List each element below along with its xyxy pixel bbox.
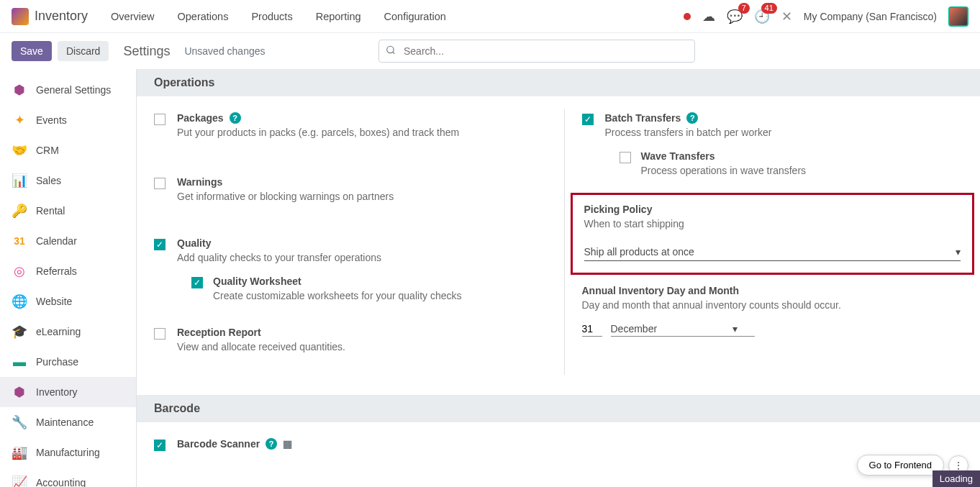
annual-month-select[interactable]: December ▾: [611, 322, 755, 337]
barcode-scanner-title: Barcode Scanner: [177, 438, 260, 450]
sidebar-item-label: Sales: [36, 175, 61, 186]
sidebar-item-inventory[interactable]: ⬢Inventory: [0, 377, 136, 407]
wave-title: Wave Transfers: [641, 150, 715, 162]
sidebar-item-label: Rental: [36, 205, 65, 217]
nav-operations[interactable]: Operations: [168, 8, 237, 25]
picking-policy-highlight: Picking Policy When to start shipping Sh…: [571, 193, 975, 275]
sidebar-item-label: Events: [36, 114, 67, 126]
top-nav-right: ☁ 💬7 🕘41 ✕ My Company (San Francisco): [684, 6, 968, 27]
setting-warnings: Warnings Get informative or blocking war…: [154, 173, 535, 207]
sidebar-item-label: Referrals: [36, 265, 77, 277]
maintenance-icon: 🔧: [12, 414, 27, 430]
sidebar-item-crm[interactable]: 🤝CRM: [0, 135, 136, 165]
accounting-icon: 📈: [12, 475, 27, 487]
app-title[interactable]: Inventory: [35, 9, 88, 24]
svg-point-0: [387, 46, 394, 53]
picking-title: Picking Policy: [584, 204, 653, 215]
activities-badge: 41: [761, 3, 777, 14]
sidebar-item-website[interactable]: 🌐Website: [0, 286, 136, 317]
nav-products[interactable]: Products: [242, 8, 301, 25]
help-icon[interactable]: ?: [230, 112, 241, 124]
sidebar-item-label: Calendar: [36, 235, 77, 247]
packages-title: Packages: [177, 112, 224, 124]
discard-button[interactable]: Discard: [58, 41, 109, 61]
setting-packages: Packages ? Put your products in packs (e…: [154, 109, 535, 143]
company-name[interactable]: My Company (San Francisco): [804, 11, 937, 22]
quality-worksheet-checkbox[interactable]: ✓: [191, 277, 203, 288]
content-area: Operations Packages ? Put your products …: [137, 69, 980, 487]
inventory-icon: ⬢: [12, 384, 27, 400]
sidebar-item-accounting[interactable]: 📈Accounting: [0, 468, 136, 487]
sidebar-item-referrals[interactable]: ◎Referrals: [0, 256, 136, 286]
wave-checkbox[interactable]: [620, 152, 631, 163]
elearning-icon: 🎓: [12, 324, 27, 340]
quality-title: Quality: [177, 237, 211, 249]
reception-title: Reception Report: [177, 327, 261, 338]
warnings-title: Warnings: [177, 176, 222, 188]
avatar[interactable]: [948, 6, 968, 27]
activities-icon[interactable]: 🕘41: [754, 9, 770, 24]
annual-day-input[interactable]: [582, 322, 602, 337]
sidebar-item-purchase[interactable]: ▬Purchase: [0, 347, 136, 377]
reception-desc: View and allocate received quantities.: [177, 340, 535, 355]
setting-annual: Annual Inventory Day and Month Day and m…: [582, 285, 963, 337]
batch-desc: Process transfers in batch per worker: [605, 125, 963, 140]
warnings-desc: Get informative or blocking warnings on …: [177, 189, 535, 204]
barcode-scanner-checkbox[interactable]: ✓: [154, 440, 165, 451]
sidebar-item-label: Website: [36, 296, 72, 307]
sidebar-item-events[interactable]: ✦Events: [0, 105, 136, 135]
nav-overview[interactable]: Overview: [102, 8, 163, 25]
picking-policy-select[interactable]: Ship all products at once ▾: [584, 243, 961, 261]
tray-icon[interactable]: ☁: [702, 9, 715, 24]
sidebar-item-elearning[interactable]: 🎓eLearning: [0, 317, 136, 347]
rental-icon: 🔑: [12, 203, 27, 219]
help-icon[interactable]: ?: [686, 112, 698, 124]
quality-desc: Add quality checks to your transfer oper…: [177, 250, 535, 265]
quality-worksheet-title: Quality Worksheet: [213, 276, 301, 287]
sidebar-item-maintenance[interactable]: 🔧Maintenance: [0, 407, 136, 437]
sidebar-item-manufacturing[interactable]: 🏭Manufacturing: [0, 437, 136, 468]
quality-checkbox[interactable]: ✓: [154, 239, 165, 250]
nav-reporting[interactable]: Reporting: [307, 8, 370, 25]
sidebar-item-label: Accounting: [36, 477, 86, 487]
app-logo-icon[interactable]: [12, 8, 29, 25]
action-bar: Save Discard Settings Unsaved changes: [0, 33, 980, 69]
sidebar-item-label: Purchase: [36, 356, 78, 368]
loading-indicator: Loading: [933, 470, 980, 487]
quality-worksheet-desc: Create customizable worksheets for your …: [213, 288, 461, 304]
caret-down-icon: ▾: [956, 246, 961, 258]
caret-down-icon: ▾: [732, 323, 738, 334]
unsaved-status: Unsaved changes: [184, 45, 265, 57]
building-icon[interactable]: ▦: [283, 438, 292, 450]
nav-configuration[interactable]: Configuration: [376, 8, 455, 25]
purchase-icon: ▬: [12, 354, 27, 370]
sidebar-item-sales[interactable]: 📊Sales: [0, 165, 136, 196]
operations-header: Operations: [137, 69, 980, 96]
setting-barcode-scanner: ✓ Barcode Scanner ? ▦: [154, 435, 963, 454]
help-icon[interactable]: ?: [266, 438, 277, 450]
calendar-icon: 31: [12, 233, 27, 249]
cube-icon: ⬢: [12, 82, 27, 98]
packages-checkbox[interactable]: [154, 114, 165, 125]
batch-checkbox[interactable]: ✓: [582, 114, 594, 125]
warnings-checkbox[interactable]: [154, 178, 165, 189]
search-input[interactable]: [378, 40, 695, 63]
page-title: Settings: [123, 44, 170, 59]
sidebar-item-rental[interactable]: 🔑Rental: [0, 196, 136, 226]
reception-checkbox[interactable]: [154, 328, 165, 340]
sidebar-item-label: CRM: [36, 145, 59, 156]
sidebar-item-general[interactable]: ⬢General Settings: [0, 75, 136, 105]
debug-icon[interactable]: ✕: [781, 9, 792, 24]
top-nav-left: Inventory Overview Operations Products R…: [12, 8, 455, 25]
search-icon: [386, 45, 396, 58]
picking-desc: When to start shipping: [584, 217, 961, 232]
save-button[interactable]: Save: [12, 41, 52, 61]
sidebar: ⬢General Settings ✦Events 🤝CRM 📊Sales 🔑R…: [0, 69, 137, 487]
sidebar-item-calendar[interactable]: 31Calendar: [0, 226, 136, 256]
sidebar-item-label: eLearning: [36, 326, 81, 337]
go-to-frontend-button[interactable]: Go to Frontend: [857, 455, 944, 475]
svg-line-1: [393, 52, 394, 53]
wave-desc: Process operations in wave transfers: [641, 163, 807, 178]
messages-icon[interactable]: 💬7: [727, 9, 743, 24]
annual-title: Annual Inventory Day and Month: [582, 285, 740, 296]
